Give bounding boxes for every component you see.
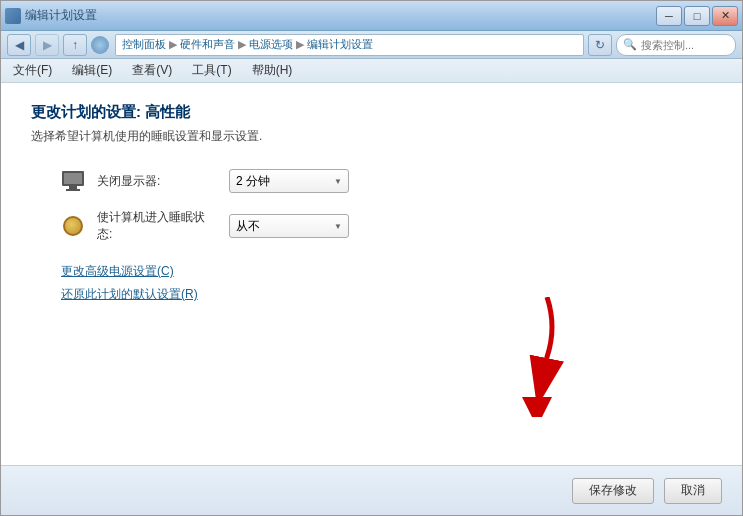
menu-view[interactable]: 查看(V): [128, 60, 176, 81]
sleep-label: 使计算机进入睡眠状态:: [97, 209, 217, 243]
restore-defaults-link[interactable]: 还原此计划的默认设置(R): [61, 286, 712, 303]
window-title: 编辑计划设置: [25, 7, 97, 24]
close-button[interactable]: ✕: [712, 6, 738, 26]
location-icon: [91, 36, 109, 54]
sleep-icon: [61, 214, 85, 238]
search-bar: 🔍: [616, 34, 736, 56]
bottom-bar: 保存修改 取消: [1, 465, 742, 515]
monitor-icon: [61, 169, 85, 193]
breadcrumb: 控制面板 ▶ 硬件和声音 ▶ 电源选项 ▶ 编辑计划设置: [115, 34, 584, 56]
back-button[interactable]: ◀: [7, 34, 31, 56]
menu-tools[interactable]: 工具(T): [188, 60, 235, 81]
address-bar: ◀ ▶ ↑ 控制面板 ▶ 硬件和声音 ▶ 电源选项 ▶ 编辑计划设置 ↻ 🔍: [1, 31, 742, 59]
minimize-button[interactable]: ─: [656, 6, 682, 26]
display-label: 关闭显示器:: [97, 173, 217, 190]
app-icon: [5, 8, 21, 24]
red-arrow: [507, 297, 587, 417]
sleep-setting-row: 使计算机进入睡眠状态: 从不 ▼: [61, 209, 712, 243]
page-subtitle: 选择希望计算机使用的睡眠设置和显示设置.: [31, 128, 712, 145]
links-section: 更改高级电源设置(C) 还原此计划的默认设置(R): [61, 263, 712, 303]
content-area: 更改计划的设置: 高性能 选择希望计算机使用的睡眠设置和显示设置. 关闭显示器:…: [1, 83, 742, 465]
sleep-value: 从不: [236, 218, 260, 235]
cancel-button[interactable]: 取消: [664, 478, 722, 504]
display-select[interactable]: 2 分钟 ▼: [229, 169, 349, 193]
menu-edit[interactable]: 编辑(E): [68, 60, 116, 81]
breadcrumb-item-hardware[interactable]: 硬件和声音: [180, 37, 235, 52]
maximize-button[interactable]: □: [684, 6, 710, 26]
search-icon: 🔍: [623, 38, 637, 51]
advanced-power-link[interactable]: 更改高级电源设置(C): [61, 263, 712, 280]
display-setting-row: 关闭显示器: 2 分钟 ▼: [61, 169, 712, 193]
menu-bar: 文件(F) 编辑(E) 查看(V) 工具(T) 帮助(H): [1, 59, 742, 83]
menu-help[interactable]: 帮助(H): [248, 60, 297, 81]
display-value: 2 分钟: [236, 173, 270, 190]
breadcrumb-item-control-panel[interactable]: 控制面板: [122, 37, 166, 52]
breadcrumb-item-power[interactable]: 电源选项: [249, 37, 293, 52]
title-bar-left: 编辑计划设置: [5, 7, 97, 24]
up-button[interactable]: ↑: [63, 34, 87, 56]
breadcrumb-item-edit[interactable]: 编辑计划设置: [307, 37, 373, 52]
display-dropdown-arrow: ▼: [334, 177, 342, 186]
settings-grid: 关闭显示器: 2 分钟 ▼ 使计算机进入睡眠状态: 从不 ▼: [61, 169, 712, 243]
page-title: 更改计划的设置: 高性能: [31, 103, 712, 122]
refresh-button[interactable]: ↻: [588, 34, 612, 56]
svg-marker-1: [522, 397, 552, 417]
title-bar: 编辑计划设置 ─ □ ✕: [1, 1, 742, 31]
menu-file[interactable]: 文件(F): [9, 60, 56, 81]
search-input[interactable]: [641, 39, 721, 51]
sleep-dropdown-arrow: ▼: [334, 222, 342, 231]
save-button[interactable]: 保存修改: [572, 478, 654, 504]
forward-button[interactable]: ▶: [35, 34, 59, 56]
title-bar-controls: ─ □ ✕: [656, 6, 738, 26]
main-window: 编辑计划设置 ─ □ ✕ ◀ ▶ ↑ 控制面板 ▶ 硬件和声音 ▶ 电源选项 ▶…: [0, 0, 743, 516]
sleep-select[interactable]: 从不 ▼: [229, 214, 349, 238]
